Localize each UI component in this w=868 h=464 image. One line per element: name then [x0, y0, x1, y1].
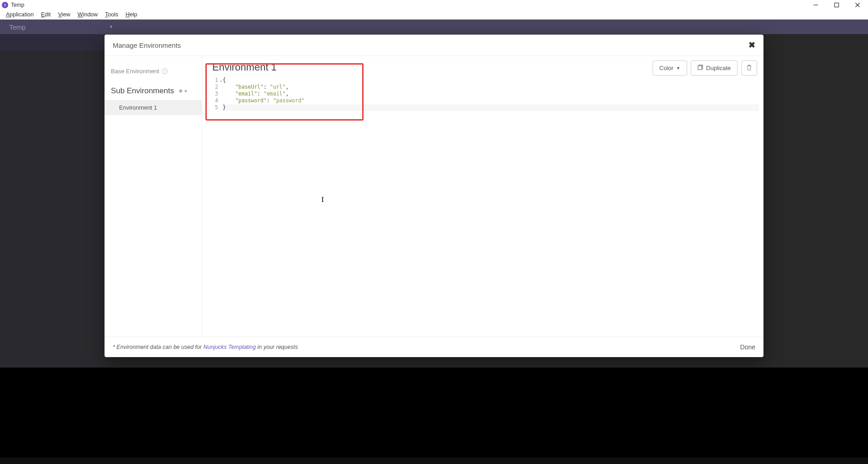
- environment-name-heading[interactable]: Environment 1: [209, 61, 757, 77]
- modal-footer: * Environment data can be used for Nunju…: [105, 337, 763, 357]
- minimize-button[interactable]: [805, 0, 826, 10]
- manage-environments-modal: Manage Environments ✖ Base Environment ?…: [105, 35, 763, 357]
- menu-window[interactable]: Window: [74, 10, 101, 19]
- text-cursor-icon: I: [321, 195, 324, 204]
- close-window-button[interactable]: [847, 0, 868, 10]
- maximize-button[interactable]: [826, 0, 847, 10]
- menu-tools[interactable]: Tools: [101, 10, 122, 19]
- help-icon[interactable]: ?: [162, 68, 168, 74]
- nunjucks-templating-link[interactable]: Nunjucks Templating: [203, 344, 256, 350]
- environment-editor: Color ▼ Duplicate: [202, 56, 763, 337]
- close-icon[interactable]: ✖: [748, 40, 755, 50]
- menu-edit[interactable]: Edit: [37, 10, 55, 19]
- os-taskbar[interactable]: [0, 458, 868, 464]
- app-icon: I: [2, 2, 8, 8]
- done-button[interactable]: Done: [740, 343, 755, 351]
- json-code-editor[interactable]: 1▾ 2 3 4 5 { "baseUrl": "url", "email": …: [209, 77, 757, 111]
- environment-list-item[interactable]: Environment 1: [105, 100, 202, 115]
- footer-note-prefix: * Environment data can be used for: [113, 344, 203, 350]
- modal-title: Manage Environments: [113, 41, 181, 49]
- environment-options-icon[interactable]: ▾: [185, 88, 187, 94]
- sub-environments-header: Sub Environments ✚ ▾: [105, 82, 202, 100]
- code-content[interactable]: { "baseUrl": "url", "email": "email", "p…: [223, 77, 304, 111]
- footer-note-suffix: in your requests: [256, 344, 298, 350]
- fold-icon[interactable]: ▾: [220, 78, 222, 85]
- add-environment-icon[interactable]: ✚: [179, 88, 183, 94]
- menu-help[interactable]: Help: [122, 10, 141, 19]
- base-environment-item[interactable]: Base Environment ?: [105, 63, 202, 82]
- svg-rect-1: [835, 3, 839, 7]
- window-title: Temp: [11, 2, 24, 8]
- line-number-gutter: 1▾ 2 3 4 5: [215, 77, 223, 111]
- menubar: Application Edit View Window Tools Help: [0, 10, 868, 20]
- environment-list-item-label: Environment 1: [119, 104, 157, 111]
- modal-overlay: Manage Environments ✖ Base Environment ?…: [0, 20, 868, 464]
- base-environment-label: Base Environment: [111, 68, 159, 75]
- menu-application[interactable]: Application: [2, 10, 37, 19]
- environments-sidebar: Base Environment ? Sub Environments ✚ ▾ …: [105, 56, 202, 337]
- menu-view[interactable]: View: [55, 10, 74, 19]
- window-titlebar: I Temp: [0, 0, 868, 10]
